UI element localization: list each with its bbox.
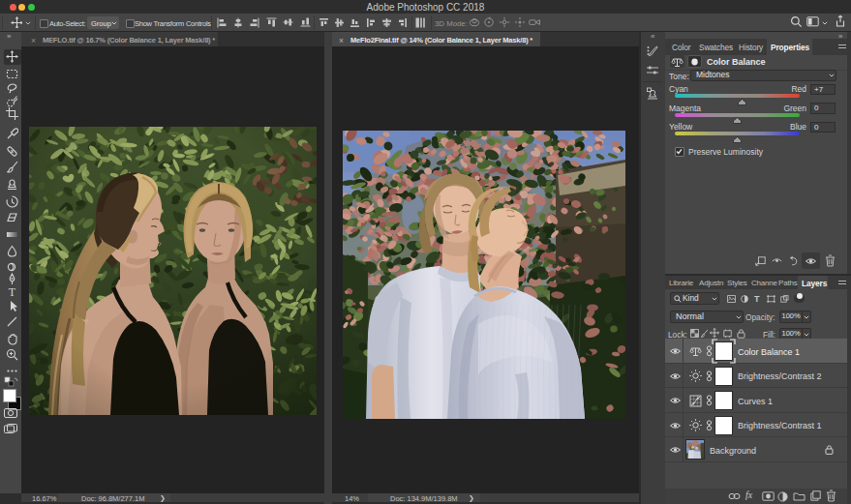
svg-text:T: T (9, 285, 16, 298)
